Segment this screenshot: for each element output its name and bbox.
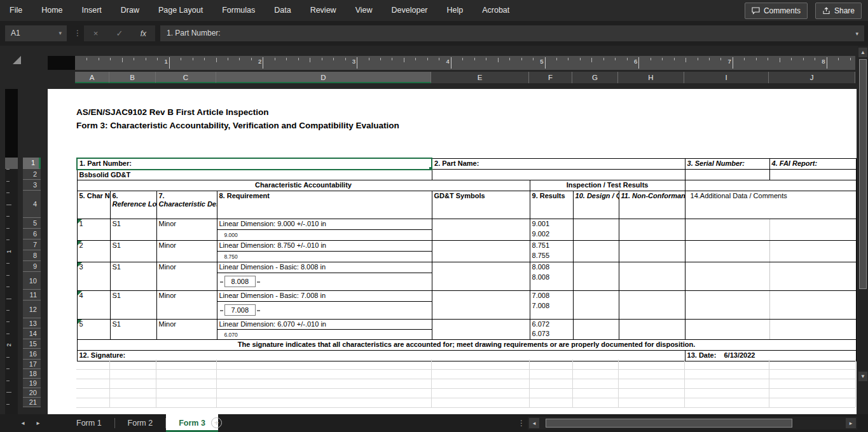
- cell-char4-ref[interactable]: S1: [110, 290, 156, 319]
- header-gdt-symbols[interactable]: GD&T Symbols: [432, 191, 530, 219]
- scroll-up-icon[interactable]: ▲: [858, 48, 867, 57]
- row-header-5[interactable]: 5: [23, 218, 41, 229]
- menu-developer[interactable]: Developer: [382, 0, 437, 21]
- cell-char3-tooling[interactable]: [573, 262, 619, 290]
- row-header-21[interactable]: 21: [23, 398, 41, 408]
- scroll-left-icon[interactable]: ◂: [529, 418, 539, 428]
- cell-char5-result1[interactable]: 6.072: [530, 319, 573, 329]
- comments-button[interactable]: Comments: [745, 3, 808, 19]
- row-header-17[interactable]: 17: [23, 360, 41, 369]
- cell-char4-additional2[interactable]: [769, 290, 856, 319]
- row-header-1[interactable]: 1: [23, 158, 41, 169]
- cell-char1-nonconformance[interactable]: [619, 219, 685, 240]
- cell-part-number-label[interactable]: 1. Part Number:: [77, 158, 432, 170]
- cell-char3-no[interactable]: 3: [77, 262, 110, 290]
- enter-icon[interactable]: ✓: [110, 29, 129, 38]
- insert-function-icon[interactable]: fx: [134, 29, 153, 38]
- menu-data[interactable]: Data: [265, 0, 300, 21]
- cell-char4-designator[interactable]: Minor: [156, 290, 217, 319]
- cell-part-name-label[interactable]: 2. Part Name:: [432, 158, 685, 170]
- cell-char5-gdt[interactable]: [432, 319, 530, 340]
- cell-part-name-value[interactable]: [432, 170, 685, 180]
- menu-page-layout[interactable]: Page Layout: [149, 0, 212, 21]
- cell-serial-number-label[interactable]: 3. Serial Number:: [685, 158, 769, 170]
- scroll-down-icon[interactable]: ▼: [858, 372, 867, 381]
- formula-input[interactable]: 1. Part Number: ▾: [160, 25, 864, 41]
- cell-char3-ref[interactable]: S1: [110, 262, 156, 290]
- sheet-nav-left-icon[interactable]: ◂: [18, 414, 28, 432]
- column-header-A[interactable]: A: [75, 72, 109, 83]
- cell-char3-designator[interactable]: Minor: [156, 262, 217, 290]
- cell-char1-gdt[interactable]: [432, 219, 530, 240]
- column-header-B[interactable]: B: [109, 72, 156, 83]
- cell-char3-result1[interactable]: 8.008: [530, 262, 573, 273]
- sheet-nav-right-icon[interactable]: ▸: [33, 414, 43, 432]
- row-header-14[interactable]: 14: [23, 328, 41, 339]
- menu-insert[interactable]: Insert: [72, 0, 111, 21]
- header-char-no[interactable]: 5. Char No.: [77, 191, 110, 219]
- cell-char3-additional2[interactable]: [769, 262, 856, 290]
- cell-signature-statement[interactable]: The signature indicates that all charact…: [77, 340, 856, 350]
- cell-fai-report-label[interactable]: 4. FAI Report:: [769, 158, 856, 170]
- vertical-scrollbar[interactable]: ▲ ▼: [858, 46, 868, 414]
- cell-char1-no[interactable]: 1: [77, 219, 110, 240]
- header-non-conformance-number[interactable]: 11. Non-Conformance Number: [619, 191, 685, 219]
- menu-home[interactable]: Home: [32, 0, 72, 21]
- row-header-2[interactable]: 2: [23, 169, 41, 180]
- menu-help[interactable]: Help: [437, 0, 473, 21]
- section-characteristic-accountability[interactable]: Characteristic Accountability: [77, 180, 530, 191]
- cell-char3-additional[interactable]: [685, 262, 769, 290]
- menu-file[interactable]: File: [0, 0, 32, 21]
- add-sheet-button[interactable]: +: [211, 417, 222, 428]
- cell-char3-requirement[interactable]: Linear Dimension - Basic: 8.008 in: [217, 262, 432, 273]
- cell-char2-no[interactable]: 2: [77, 240, 110, 262]
- cell-char4-requirement[interactable]: Linear Dimension - Basic: 7.008 in: [217, 290, 432, 301]
- cell-char3-result2[interactable]: 8.008: [530, 273, 573, 290]
- cell-char3-nonconformance[interactable]: [619, 262, 685, 290]
- cell-char5-nonconformance[interactable]: [619, 319, 685, 340]
- menu-review[interactable]: Review: [301, 0, 346, 21]
- row-header-8[interactable]: 8: [23, 250, 41, 261]
- row-header-13[interactable]: 13: [23, 318, 41, 328]
- cell-char4-no[interactable]: 4: [77, 290, 110, 319]
- column-header-G[interactable]: G: [572, 72, 618, 83]
- sheet-tab-form-1[interactable]: Form 1: [64, 414, 114, 432]
- menu-view[interactable]: View: [346, 0, 382, 21]
- cell-char4-additional[interactable]: [685, 290, 769, 319]
- cell-char2-nonconformance[interactable]: [619, 240, 685, 262]
- cell-char5-result2[interactable]: 6.073: [530, 329, 573, 340]
- row-header-15[interactable]: 15: [23, 339, 41, 349]
- row-header-18[interactable]: 18: [23, 369, 41, 379]
- cell-char1-result2[interactable]: 9.002: [530, 229, 573, 240]
- cell-char5-designator[interactable]: Minor: [156, 319, 217, 340]
- cell-char1-tooling[interactable]: [573, 219, 619, 240]
- column-header-E[interactable]: E: [431, 72, 529, 83]
- cell-char2-tooling[interactable]: [573, 240, 619, 262]
- cell-char2-dimension[interactable]: 8.750: [217, 251, 432, 262]
- header-reference-location[interactable]: 6. Reference Location: [110, 191, 156, 219]
- name-box-dropdown-icon[interactable]: ▾: [59, 25, 62, 41]
- column-header-H[interactable]: H: [618, 72, 684, 83]
- cell-serial-number-value[interactable]: [685, 170, 769, 180]
- cell-char4-result1[interactable]: 7.008: [530, 290, 573, 301]
- row-header-9[interactable]: 9: [23, 261, 41, 272]
- menu-acrobat[interactable]: Acrobat: [472, 0, 519, 21]
- cell-signature-label[interactable]: 12. Signature:: [77, 350, 685, 361]
- row-header-6[interactable]: 6: [23, 229, 41, 240]
- scroll-right-icon[interactable]: ▸: [846, 418, 856, 428]
- cell-char2-designator[interactable]: Minor: [156, 240, 217, 262]
- cell-char2-additional2[interactable]: [769, 240, 856, 262]
- row-header-11[interactable]: 11: [23, 290, 41, 300]
- cell-char5-dimension[interactable]: 6.070: [217, 329, 432, 340]
- cell-fai-report-value[interactable]: [769, 170, 856, 180]
- row-header-16[interactable]: 16: [23, 349, 41, 360]
- column-header-C[interactable]: C: [156, 72, 216, 83]
- row-header-20[interactable]: 20: [23, 388, 41, 398]
- cell-char2-result2[interactable]: 8.755: [530, 251, 573, 262]
- row-header-4[interactable]: 4: [23, 191, 41, 219]
- cell-char1-requirement[interactable]: Linear Dimension: 9.000 +/-.010 in: [217, 219, 432, 229]
- header-design-qualified-tooling[interactable]: 10. Design / Qualified Tooling: [573, 191, 619, 219]
- formula-bar-expand-icon[interactable]: ▾: [855, 26, 858, 42]
- horizontal-scrollbar[interactable]: ◂ ▸: [528, 417, 857, 429]
- cell-char3-dimension[interactable]: 8.008: [217, 273, 432, 290]
